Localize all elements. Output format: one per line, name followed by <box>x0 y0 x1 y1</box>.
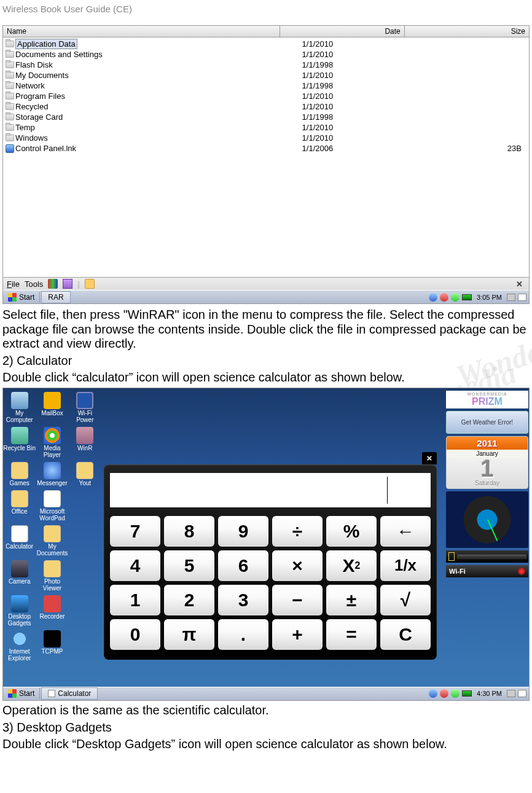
desktop-icon[interactable]: Games <box>3 461 36 488</box>
folder-up-icon[interactable] <box>85 279 95 289</box>
calc-key[interactable]: 7 <box>110 516 160 547</box>
desktop-icon[interactable]: Wi-Fi Power <box>69 391 101 424</box>
calc-key[interactable]: 9 <box>218 516 268 547</box>
calc-key[interactable]: × <box>272 550 323 581</box>
calc-key[interactable]: 2 <box>164 585 214 615</box>
calc-key[interactable]: % <box>326 516 377 547</box>
app-icon <box>11 630 28 647</box>
file-row[interactable]: Recycled1/1/2010 <box>3 101 529 112</box>
calc-key[interactable]: 1 <box>110 585 160 615</box>
desktop-icon[interactable]: TCPMP <box>36 629 68 663</box>
calc-key[interactable]: 3 <box>218 585 268 615</box>
file-name: My Documents <box>15 71 69 80</box>
desktop-icon[interactable]: Recorder <box>36 594 68 628</box>
file-name: Network <box>15 81 45 90</box>
file-row[interactable]: Flash Disk1/1/1998 <box>3 60 529 70</box>
start-button[interactable]: Start <box>3 292 40 303</box>
calc-key[interactable]: C <box>380 619 431 650</box>
calc-key[interactable]: 5 <box>164 550 214 581</box>
system-tray: 4:30 PM <box>426 689 529 698</box>
desktop-icon[interactable]: Microsoft WordPad <box>36 489 68 523</box>
keyboard-icon[interactable] <box>518 294 526 301</box>
tray-icon[interactable] <box>440 689 448 698</box>
desktop-icon[interactable]: Photo Viewer <box>36 559 68 593</box>
battery-icon[interactable] <box>462 690 472 697</box>
desktop-icon[interactable]: Office <box>3 489 36 523</box>
desktop-icon[interactable]: Camera <box>3 559 36 593</box>
book-icon[interactable] <box>63 279 72 289</box>
file-row[interactable]: Control Panel.lnk1/1/200623B <box>3 143 529 154</box>
start-button[interactable]: Start <box>3 688 40 699</box>
desktop-icon[interactable]: Internet Explorer <box>3 629 36 663</box>
tray-icon[interactable] <box>451 293 460 302</box>
menu-tools[interactable]: Tools <box>25 279 43 289</box>
calc-key[interactable]: = <box>326 619 377 650</box>
col-header-name[interactable]: Name <box>3 26 280 37</box>
calculator-close-button[interactable]: × <box>422 452 437 464</box>
desktop-icon[interactable]: Desktop Gadgets <box>3 594 36 628</box>
calc-key[interactable]: ← <box>380 516 431 547</box>
prizm-logo-gadget: WONDERMEDIA PRIZM <box>446 391 528 408</box>
calc-key[interactable]: 6 <box>218 550 268 581</box>
gear-clock-gadget[interactable] <box>446 491 528 548</box>
calc-key[interactable]: + <box>272 619 323 650</box>
tray-icon[interactable] <box>440 293 448 302</box>
desktop-icon[interactable]: MailBox <box>36 391 68 424</box>
tray-clock[interactable]: 4:30 PM <box>474 690 504 697</box>
col-header-date[interactable]: Date <box>280 26 405 37</box>
desktop-icon[interactable]: Media Player <box>36 426 68 459</box>
file-row[interactable]: My Documents1/1/2010 <box>3 70 529 80</box>
calc-key[interactable]: 8 <box>164 516 214 547</box>
calc-key[interactable]: X2 <box>326 550 377 581</box>
tray-icon[interactable] <box>451 689 460 698</box>
calc-key[interactable]: ± <box>326 585 377 615</box>
calc-key[interactable]: − <box>272 585 323 615</box>
show-desktop-icon[interactable] <box>507 294 515 301</box>
paragraph-winrar: Select file, then press "WinRAR" icon in… <box>0 307 532 353</box>
file-row[interactable]: Network1/1/1998 <box>3 80 529 91</box>
calc-key[interactable]: √ <box>380 585 431 615</box>
books-icon[interactable] <box>48 279 58 289</box>
app-icon <box>44 525 61 542</box>
file-row[interactable]: Program Files1/1/2010 <box>3 91 529 101</box>
weather-gadget[interactable]: Get Weather Error! <box>446 411 528 434</box>
show-desktop-icon[interactable] <box>507 690 515 697</box>
app-icon <box>11 525 28 542</box>
desktop-icon[interactable]: Yout <box>69 461 101 488</box>
app-icon <box>76 462 93 479</box>
file-row[interactable]: Windows1/1/2010 <box>3 133 529 143</box>
keyboard-icon[interactable] <box>518 690 526 697</box>
calc-key[interactable]: 0 <box>110 619 160 650</box>
taskbar-item-rar[interactable]: RAR <box>41 291 70 303</box>
file-row[interactable]: Storage Card1/1/1998 <box>3 112 529 122</box>
calc-key[interactable]: ÷ <box>272 516 323 547</box>
battery-icon[interactable] <box>462 294 472 300</box>
wifi-gadget[interactable]: Wi-Fi <box>446 565 528 577</box>
col-header-size[interactable]: Size <box>405 26 529 37</box>
file-row[interactable]: Documents and Settings1/1/2010 <box>3 49 529 60</box>
calc-key[interactable]: 4 <box>110 550 160 581</box>
calc-key[interactable]: 1/x <box>380 550 431 581</box>
calculator-display[interactable] <box>110 473 431 507</box>
tray-clock[interactable]: 3:05 PM <box>474 294 504 301</box>
desktop-icon[interactable]: WinR <box>69 426 101 459</box>
tray-icon[interactable] <box>429 293 437 302</box>
desktop-icon[interactable]: Messenger <box>36 461 68 488</box>
desktop-icon[interactable]: My Computer <box>3 391 36 424</box>
desktop-icon[interactable]: Calculator <box>3 524 36 558</box>
file-row[interactable]: Application Data1/1/2010 <box>3 39 529 49</box>
file-name: Storage Card <box>15 112 63 122</box>
desktop-icon[interactable]: Recycle Bin <box>3 426 36 459</box>
calc-key[interactable]: . <box>218 619 268 650</box>
desktop-icon[interactable]: My Documents <box>36 524 68 558</box>
calc-key[interactable]: π <box>164 619 214 650</box>
paragraph-operation: Operation is the same as the scientific … <box>0 702 532 719</box>
file-row[interactable]: Temp1/1/2010 <box>3 122 529 133</box>
calendar-gadget[interactable]: 2011 January 1 Saturday <box>446 436 528 489</box>
taskbar-item-calculator[interactable]: Calculator <box>41 687 98 700</box>
tray-icon[interactable] <box>429 689 437 698</box>
close-icon[interactable]: ✕ <box>514 279 525 289</box>
battery-gadget[interactable] <box>446 550 528 563</box>
menu-file[interactable]: File <box>7 279 20 289</box>
icon-label: Microsoft WordPad <box>36 508 68 522</box>
